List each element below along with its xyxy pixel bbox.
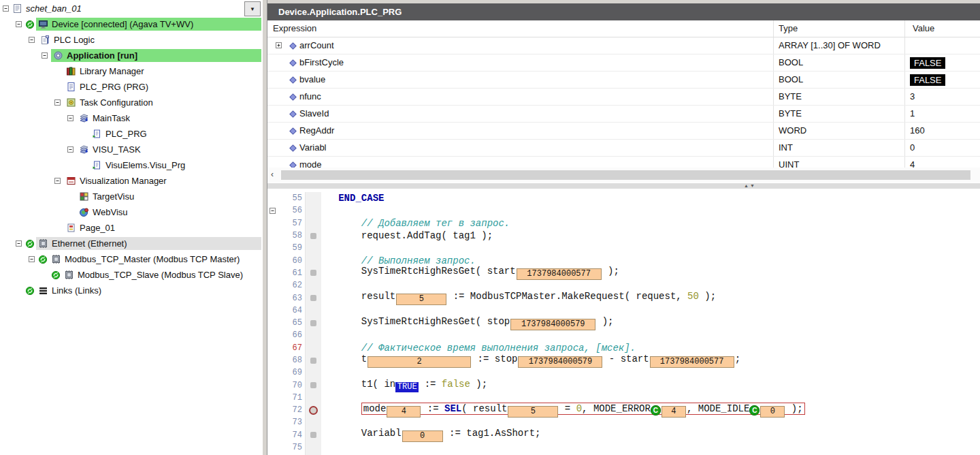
tree-item-schet-ban-01[interactable]: schet_ban_01▼ [0,0,263,16]
tree-item-visualization-manager[interactable]: Visualization Manager [0,173,263,189]
breakpoint-gutter[interactable] [305,230,321,242]
tree-item-surface[interactable]: Modbus_TCP_Slave (Modbus TCP Slave) [62,268,261,281]
breakpoint-gutter[interactable] [305,366,321,379]
monitor-value-box[interactable]: 1737984000577 [517,268,602,280]
breakpoint-icon[interactable] [309,406,318,415]
tree-item-modbus-tcp-master-modbus-tcp-master[interactable]: Modbus_TCP_Master (Modbus TCP Master) [0,251,263,267]
watch-row-bvalue[interactable]: bvalueBOOLFALSE [267,72,980,89]
scrollbar-thumb[interactable] [281,170,970,180]
watch-row-variabl[interactable]: VariablINT0 [267,140,980,157]
tree-expander-icon[interactable] [67,115,74,121]
column-header-type[interactable]: Type [779,23,798,33]
value-cell[interactable]: FALSE [910,74,945,86]
monitor-value-box[interactable]: 2 [368,356,471,368]
tree-item-surface[interactable]: Modbus_TCP_Master (Modbus TCP Master) [49,253,261,266]
tree-item-surface[interactable]: VisuElems.Visu_Prg [90,159,261,172]
tree-item-surface[interactable]: Ethernet (Ethernet) [36,237,261,250]
breakpoint-gutter[interactable] [305,317,321,329]
tree-item-surface[interactable]: Task Configuration [64,96,261,109]
monitor-value-box[interactable]: 5 [508,406,558,418]
tree-item-plc-prg[interactable]: PLC_PRG [0,126,263,142]
monitor-value-box[interactable]: 1737984000579 [510,319,595,330]
breakpoint-gutter[interactable] [305,217,321,230]
breakpoint-gutter[interactable] [305,354,321,366]
value-cell[interactable]: 3 [910,91,915,101]
breakpoint-gutter[interactable] [305,429,321,441]
breakpoint-gutter[interactable] [305,242,321,254]
column-header-value[interactable]: Value [913,23,934,33]
panel-splitter-vertical[interactable] [263,0,267,455]
breakpoint-gutter[interactable] [305,292,321,304]
breakpoint-gutter[interactable] [305,404,321,416]
tree-item-maintask[interactable]: MainTask [0,110,263,126]
tree-item-plc-prg-prg[interactable]: PLC_PRG (PRG) [0,79,263,95]
fold-column[interactable] [267,208,278,214]
tree-item-surface[interactable]: PLC_PRG (PRG) [64,80,261,93]
monitor-value-box[interactable]: 0 [402,430,443,442]
tree-expander-icon[interactable] [16,21,22,27]
breakpoint-gutter[interactable] [305,392,321,404]
tree-item-links-links[interactable]: Links (Links) [0,283,263,298]
tree-item-surface[interactable]: PLC Logic [38,33,261,46]
breakpoint-gutter[interactable] [305,192,321,204]
monitor-value-box[interactable]: 5 [396,294,446,305]
watch-horizontal-scrollbar[interactable]: ‹ [267,168,980,183]
tree-item-page-01[interactable]: Page_01 [0,220,263,236]
tree-dropdown-button[interactable]: ▼ [244,1,261,16]
monitor-value-box[interactable]: 1737984000579 [518,356,602,368]
tree-item-surface[interactable]: Page_01 [64,221,261,234]
tree-expander-icon[interactable] [29,256,35,262]
scroll-left-icon[interactable]: ‹ [271,170,274,179]
tree-expander-icon[interactable] [54,99,61,106]
tree-item-surface[interactable]: VISU_TASK [77,143,261,156]
tree-expander-icon[interactable] [16,240,22,247]
watch-row-bfirstcycle[interactable]: bFirstCycleBOOLFALSE [267,54,980,72]
tree-expander-icon[interactable] [54,178,61,184]
tree-item-surface[interactable]: WebVisu [77,206,261,219]
tree-expander-icon[interactable] [67,146,74,153]
tree-item-targetvisu[interactable]: TargetVisu [0,189,263,204]
tree-item-device-connected-agava-tv-wv[interactable]: Device [connected] (Agava TV+WV) [0,16,263,32]
row-expander-icon[interactable] [276,42,282,48]
tree-item-modbus-tcp-slave-modbus-tcp-slave[interactable]: Modbus_TCP_Slave (Modbus TCP Slave) [0,267,263,283]
column-header-expression[interactable]: Expression [273,23,316,33]
monitor-value-box[interactable]: 4 [662,406,686,418]
tree-item-visuelems-visu-prg[interactable]: VisuElems.Visu_Prg [0,157,263,173]
tree-item-surface[interactable]: Visualization Manager [64,174,261,187]
tree-item-surface[interactable]: Application [run] [51,49,261,62]
watch-row-nfunc[interactable]: nfuncBYTE3 [267,89,980,106]
breakpoint-gutter[interactable] [305,416,321,428]
tree-item-plc-logic[interactable]: PLC Logic [0,32,263,48]
breakpoint-gutter[interactable] [305,441,321,454]
tree-item-surface[interactable]: Library Manager [64,65,261,78]
tree-item-surface[interactable]: Links (Links) [36,284,261,297]
watch-row-regaddr[interactable]: RegAddrWORD160 [267,123,980,140]
tree-item-surface[interactable]: PLC_PRG [90,127,261,140]
breakpoint-gutter[interactable] [305,279,321,292]
breakpoint-gutter[interactable] [305,254,321,266]
value-cell[interactable]: 1 [910,108,915,119]
tree-item-application-run[interactable]: Application [run] [0,48,263,63]
tree-expander-icon[interactable] [29,37,35,43]
breakpoint-gutter[interactable] [305,267,321,279]
watch-row-arrcount[interactable]: arrCountARRAY [1..30] OF WORD [267,37,980,54]
tree-expander-icon[interactable] [3,5,9,12]
monitor-value-box[interactable]: 4 [387,406,421,418]
fold-collapse-icon[interactable] [270,208,276,214]
tree-item-webvisu[interactable]: WebVisu [0,204,263,220]
breakpoint-gutter[interactable] [305,304,321,317]
value-cell[interactable]: 0 [910,142,915,153]
tree-item-ethernet-ethernet[interactable]: Ethernet (Ethernet) [0,236,263,251]
watch-row-slaveid[interactable]: SlaveIdBYTE1 [267,106,980,123]
breakpoint-gutter[interactable] [305,329,321,341]
tree-item-surface[interactable]: Device [connected] (Agava TV+WV) [36,18,261,31]
monitor-value-box[interactable]: 0 [760,406,785,418]
tree-item-library-manager[interactable]: Library Manager [0,63,263,79]
tree-expander-icon[interactable] [42,52,48,59]
breakpoint-gutter[interactable] [305,342,321,354]
tree-item-task-configuration[interactable]: Task Configuration [0,95,263,110]
tree-item-surface[interactable]: TargetVisu [77,190,261,203]
breakpoint-gutter[interactable] [305,379,321,391]
value-cell[interactable]: 160 [910,125,925,136]
tree-item-visu-task[interactable]: VISU_TASK [0,142,263,157]
